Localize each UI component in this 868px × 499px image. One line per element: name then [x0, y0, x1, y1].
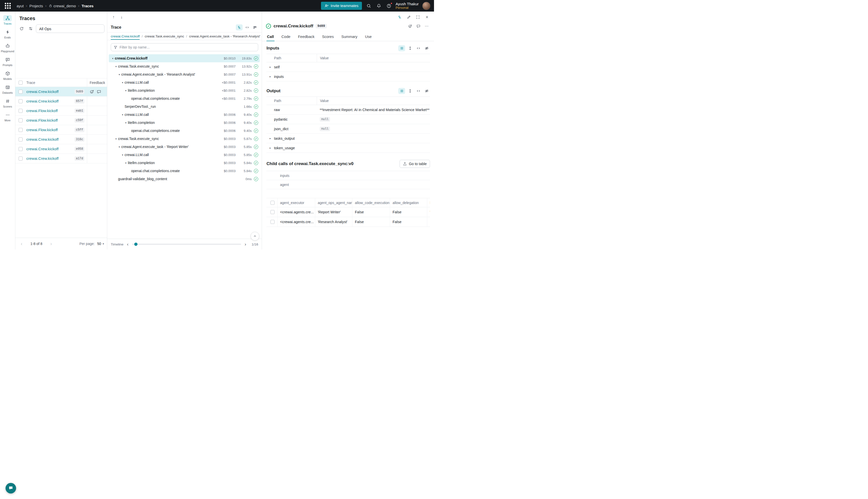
rows-view-icon[interactable]: [398, 88, 405, 94]
collapse-chevron-icon[interactable]: ▾: [124, 89, 128, 92]
table-row[interactable]: crewai.Crew.kickoff657f: [15, 97, 107, 106]
invite-teammates-button[interactable]: Invite teammates: [321, 2, 362, 10]
tree-node[interactable]: ▾litellm.completion<$0.00012.82s✓: [109, 86, 260, 95]
sidebar-item-datasets[interactable]: Datasets: [0, 83, 15, 96]
per-page-select[interactable]: 50 ▾: [97, 242, 104, 246]
timeline-handle[interactable]: [134, 243, 137, 246]
hide-values-icon[interactable]: [423, 88, 430, 94]
filter-settings-icon[interactable]: [27, 25, 34, 33]
table-row[interactable]: crewai.Flow.kickoffc5ff: [15, 125, 107, 135]
wandb-logo[interactable]: [3, 1, 12, 10]
table-row[interactable]: crewai.Flow.kickoffeab1: [15, 106, 107, 115]
tree-node[interactable]: openai.chat.completions.create$0.00035.8…: [109, 167, 260, 175]
close-icon[interactable]: ×: [423, 14, 431, 20]
sidebar-item-models[interactable]: Models: [0, 69, 15, 82]
tab-summary[interactable]: Summary: [341, 32, 358, 41]
tree-node[interactable]: ▾crewai.Crew.kickoff$0.001019.83s✓: [109, 54, 260, 62]
collapse-chevron-icon[interactable]: ▾: [111, 57, 115, 60]
tab-scores[interactable]: Scores: [322, 32, 334, 41]
table-row[interactable]: crewai.Crew.kickoffa17d: [15, 154, 107, 163]
sidebar-item-playground[interactable]: Playground: [0, 41, 15, 54]
prev-call-arrow-icon[interactable]: ↑: [110, 13, 117, 21]
rows-view-icon[interactable]: [398, 45, 405, 51]
tree-node[interactable]: ▾crewai.Agent.execute_task - 'Research A…: [109, 70, 260, 78]
tree-node[interactable]: ▾crewai.Task.execute_sync$0.000713.92s✓: [109, 62, 260, 70]
trace-op-link[interactable]: crewai.Crew.kickoff: [26, 89, 72, 94]
user-menu[interactable]: Ayush Thakur Personal: [396, 2, 419, 10]
tree-node[interactable]: ▾litellm.completion$0.00035.84s✓: [109, 159, 260, 167]
ops-filter-dropdown[interactable]: All Ops: [36, 24, 104, 33]
breadcrumb-page[interactable]: Traces: [82, 4, 94, 8]
op-filter-input[interactable]: [120, 45, 256, 49]
go-to-table-button[interactable]: Go to table: [400, 160, 430, 168]
expandable-row-inputs[interactable]: ▸inputs: [266, 72, 430, 82]
trace-op-link[interactable]: crewai.Crew.kickoff: [26, 137, 72, 142]
sidebar-item-traces[interactable]: Traces: [0, 14, 15, 27]
tree-node[interactable]: openai.chat.completions.create<$0.00012.…: [109, 95, 260, 102]
trace-op-link[interactable]: crewai.Flow.kickoff: [26, 109, 72, 113]
expandable-row-self[interactable]: ▸self: [266, 62, 430, 72]
tree-node[interactable]: ▾crewai.LLM.call<$0.00012.82s✓: [109, 78, 260, 86]
expand-rows-icon[interactable]: [407, 88, 413, 94]
collapse-chevron-icon[interactable]: ▾: [124, 121, 128, 124]
sidebar-item-prompts[interactable]: Prompts: [0, 55, 15, 68]
add-reaction-icon[interactable]: [407, 23, 413, 29]
row-checkbox[interactable]: [18, 137, 23, 142]
edit-pencil-icon[interactable]: [405, 14, 412, 20]
code-view-icon[interactable]: [244, 24, 250, 31]
expand-chevron-icon[interactable]: ▸: [266, 137, 274, 140]
tree-node[interactable]: ▾crewai.Task.execute_sync$0.00035.87s✓: [109, 135, 260, 143]
collapse-chevron-icon[interactable]: ▾: [114, 65, 118, 68]
collapse-chevron-icon[interactable]: ▾: [114, 137, 118, 140]
notifications-bell-icon[interactable]: [375, 2, 382, 9]
breadcrumb-project[interactable]: crewai_demo: [49, 4, 76, 8]
search-icon[interactable]: [365, 2, 372, 9]
table-row[interactable]: crewai.Crew.kickoff9d89: [15, 87, 107, 97]
trace-op-link[interactable]: crewai.Crew.kickoff: [26, 99, 72, 103]
flame-graph-icon[interactable]: [251, 24, 258, 31]
row-checkbox[interactable]: [18, 90, 23, 94]
sidebar-item-more[interactable]: More: [0, 110, 15, 123]
fullscreen-icon[interactable]: [414, 14, 421, 20]
table-row[interactable]: crewai.Flow.kickoffc59f: [15, 115, 107, 125]
row-checkbox[interactable]: [18, 157, 23, 160]
tree-node[interactable]: SerperDevTool._run1.66s✓: [109, 102, 260, 111]
tree-node[interactable]: ▾litellm.completion$0.00069.40s✓: [109, 119, 260, 126]
row-checkbox[interactable]: [271, 220, 274, 224]
table-row[interactable]: crewai.Crew.kickoff316c: [15, 135, 107, 144]
next-call-arrow-icon[interactable]: ↓: [118, 13, 125, 21]
collapse-chevron-icon[interactable]: ▾: [124, 161, 128, 164]
trace-crumb[interactable]: crewai.Task.execute_sync: [145, 33, 184, 40]
avatar[interactable]: [422, 2, 431, 10]
trace-op-link[interactable]: crewai.Crew.kickoff: [26, 156, 72, 160]
refresh-icon[interactable]: [18, 25, 25, 33]
expand-chevron-icon[interactable]: ▸: [266, 146, 274, 149]
tree-node[interactable]: ▾crewai.LLM.call$0.00035.85s✓: [109, 151, 260, 159]
prev-page-icon[interactable]: ‹: [18, 241, 25, 246]
expand-chevron-icon[interactable]: ▸: [266, 65, 274, 68]
row-checkbox[interactable]: [18, 128, 23, 132]
collapse-up-button[interactable]: [251, 232, 259, 241]
timeline-slider[interactable]: [132, 244, 241, 245]
json-view-icon[interactable]: [415, 45, 422, 51]
tree-node[interactable]: ▾crewai.LLM.call$0.00069.40s✓: [109, 111, 260, 119]
row-checkbox[interactable]: [18, 99, 23, 103]
table-row[interactable]: crewai.Crew.kickoffe058: [15, 144, 107, 154]
tree-node[interactable]: openai.chat.completions.create$0.00069.4…: [109, 126, 260, 135]
collapse-chevron-icon[interactable]: ▾: [121, 154, 125, 156]
expand-chevron-icon[interactable]: ▸: [266, 75, 274, 78]
select-all-checkbox[interactable]: [18, 81, 23, 85]
collapse-chevron-icon[interactable]: ▾: [121, 81, 125, 84]
collapse-chevron-icon[interactable]: ▾: [117, 73, 121, 76]
timeline-next-icon[interactable]: ›: [244, 242, 247, 247]
breadcrumb-projects[interactable]: Projects: [29, 4, 43, 8]
tab-feedback[interactable]: Feedback: [297, 32, 315, 41]
tree-view-icon[interactable]: [236, 24, 243, 31]
hide-values-icon[interactable]: [423, 45, 430, 51]
tab-call[interactable]: Call: [266, 32, 274, 41]
row-checkbox[interactable]: [18, 147, 23, 151]
row-checkbox[interactable]: [18, 118, 23, 122]
tab-use[interactable]: Use: [364, 32, 372, 41]
select-all-checkbox[interactable]: [271, 201, 274, 205]
row-checkbox[interactable]: [18, 109, 23, 113]
